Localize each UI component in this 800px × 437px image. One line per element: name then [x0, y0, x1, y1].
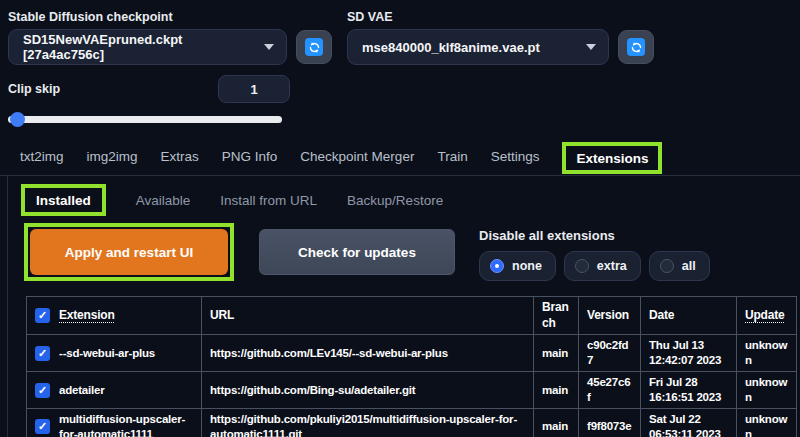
table-header-row: ✓ Extension URL Branch Version Date Upda…	[27, 297, 797, 335]
disable-all-extensions-group: Disable all extensions none extra all	[479, 228, 710, 281]
vae-block: SD VAE mse840000_klf8anime.vae.pt	[347, 10, 654, 65]
radio-extra[interactable]: extra	[564, 251, 641, 281]
checkpoint-dropdown[interactable]: SD15NewVAEpruned.ckpt [27a4ac756c]	[8, 29, 287, 65]
subtab-install-from-url[interactable]: Install from URL	[220, 193, 317, 208]
extension-version: f9f8073e	[579, 408, 641, 437]
extension-date: Thu Jul 1312:42:07 2023	[641, 335, 737, 372]
subtab-backup-restore[interactable]: Backup/Restore	[347, 193, 443, 208]
radio-extra-label: extra	[597, 259, 627, 273]
extension-checkbox[interactable]: ✓	[35, 419, 50, 434]
extension-url: https://github.com/LEv145/--sd-webui-ar-…	[202, 335, 534, 372]
extensions-table: ✓ Extension URL Branch Version Date Upda…	[26, 296, 797, 437]
tab-checkpoint-merger[interactable]: Checkpoint Merger	[300, 149, 414, 164]
table-row: ✓ multidiffusion-upscaler-for-automatic1…	[27, 408, 797, 437]
tab-png-info[interactable]: PNG Info	[222, 149, 278, 164]
clip-skip-slider[interactable]	[8, 112, 290, 126]
table-row: ✓ adetailer https://github.com/Bing-su/a…	[27, 372, 797, 409]
tab-extras[interactable]: Extras	[161, 149, 199, 164]
dropdown-caret-icon	[264, 44, 274, 50]
radio-dot[interactable]	[575, 259, 589, 273]
checkpoint-label: Stable Diffusion checkpoint	[8, 10, 332, 24]
installed-tab-highlight-box: Installed	[21, 184, 106, 216]
tab-extensions[interactable]: Extensions	[576, 151, 648, 166]
clip-skip-value-input[interactable]: 1	[218, 75, 290, 103]
actions-row: Apply and restart UI Check for updates D…	[24, 223, 800, 281]
column-header-version: Version	[579, 297, 641, 335]
checkpoint-value: SD15NewVAEpruned.ckpt [27a4ac756c]	[23, 32, 254, 62]
radio-dot-selected[interactable]	[490, 259, 504, 273]
subtab-installed[interactable]: Installed	[36, 193, 91, 208]
clip-skip-block: Clip skip 1	[8, 75, 290, 126]
extension-checkbox[interactable]: ✓	[35, 346, 50, 361]
radio-dot[interactable]	[660, 259, 674, 273]
refresh-icon	[305, 38, 323, 56]
radio-none-label: none	[512, 259, 542, 273]
vae-dropdown[interactable]: mse840000_klf8anime.vae.pt	[347, 29, 609, 65]
column-header-date: Date	[641, 297, 737, 335]
disable-all-extensions-label: Disable all extensions	[479, 228, 710, 243]
refresh-icon	[627, 38, 645, 56]
table-row: ✓ --sd-webui-ar-plus https://github.com/…	[27, 335, 797, 372]
extension-branch: main	[534, 408, 579, 437]
vae-label: SD VAE	[347, 10, 654, 24]
column-header-url: URL	[202, 297, 534, 335]
apply-and-restart-button[interactable]: Apply and restart UI	[30, 229, 228, 275]
radio-all[interactable]: all	[649, 251, 710, 281]
top-controls: Stable Diffusion checkpoint SD15NewVAEpr…	[0, 0, 800, 65]
extension-url: https://github.com/Bing-su/adetailer.git	[202, 372, 534, 409]
extensions-tab-highlight-box: Extensions	[562, 142, 662, 174]
extension-branch: main	[534, 372, 579, 409]
extension-update-status: unknown	[737, 335, 797, 372]
tab-img2img[interactable]: img2img	[87, 149, 138, 164]
extension-url: https://github.com/pkuliyi2015/multidiff…	[202, 408, 534, 437]
radio-all-label: all	[682, 259, 696, 273]
vae-value: mse840000_klf8anime.vae.pt	[362, 40, 540, 55]
slider-thumb[interactable]	[10, 112, 25, 127]
column-header-branch: Branch	[534, 297, 579, 335]
extensions-panel: Installed Available Install from URL Bac…	[7, 176, 800, 437]
select-all-checkbox[interactable]: ✓	[35, 308, 50, 323]
check-for-updates-button[interactable]: Check for updates	[259, 229, 455, 275]
extension-branch: main	[534, 335, 579, 372]
extensions-subtab-bar: Installed Available Install from URL Bac…	[8, 176, 800, 216]
extension-checkbox[interactable]: ✓	[35, 383, 50, 398]
main-tab-bar: txt2img img2img Extras PNG Info Checkpoi…	[0, 138, 800, 176]
extension-name: multidiffusion-upscaler-for-automatic111…	[59, 412, 193, 437]
extension-date: Sat Jul 2206:53:11 2023	[641, 408, 737, 437]
clip-skip-label: Clip skip	[8, 82, 60, 96]
extension-name: adetailer	[59, 383, 105, 398]
tab-settings[interactable]: Settings	[491, 149, 540, 164]
checkpoint-block: Stable Diffusion checkpoint SD15NewVAEpr…	[8, 10, 332, 65]
extension-update-status: unknown	[737, 372, 797, 409]
extension-version: c90c2fd7	[579, 335, 641, 372]
extension-date: Fri Jul 2816:16:51 2023	[641, 372, 737, 409]
extension-name: --sd-webui-ar-plus	[59, 346, 155, 361]
tab-txt2img[interactable]: txt2img	[20, 149, 64, 164]
column-header-update: Update	[737, 297, 797, 335]
slider-track[interactable]	[8, 116, 282, 123]
extension-version: 45e27c6f	[579, 372, 641, 409]
column-header-extension: Extension	[59, 308, 115, 324]
extension-update-status: unknown	[737, 408, 797, 437]
subtab-available[interactable]: Available	[136, 193, 191, 208]
apply-button-highlight-box: Apply and restart UI	[24, 223, 234, 281]
radio-none[interactable]: none	[479, 251, 556, 281]
refresh-checkpoint-button[interactable]	[296, 30, 332, 64]
refresh-vae-button[interactable]	[618, 30, 654, 64]
dropdown-caret-icon	[586, 44, 596, 50]
tab-train[interactable]: Train	[437, 149, 467, 164]
